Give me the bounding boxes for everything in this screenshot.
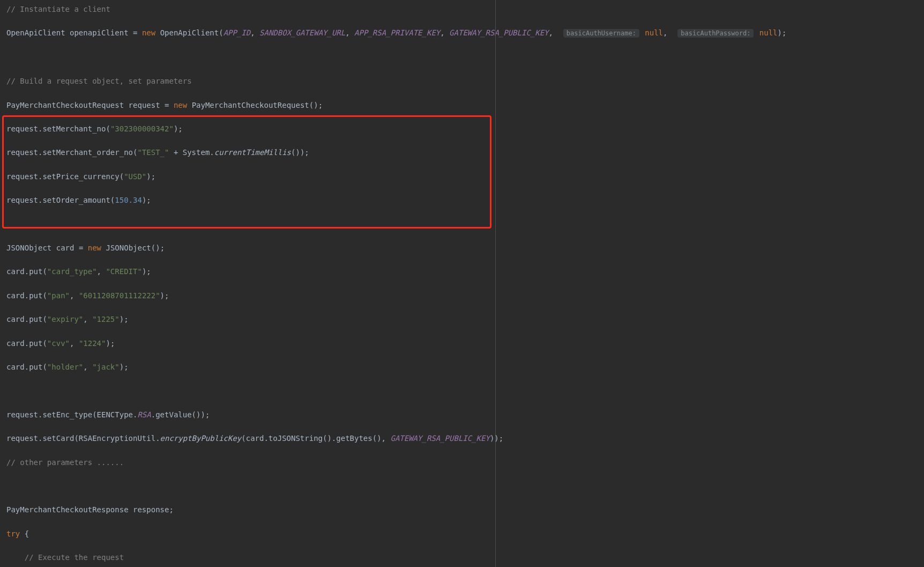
code-line: request.setOrder_amount(150.34); — [6, 194, 918, 206]
string-literal: "expiry" — [47, 315, 83, 323]
token: openapiClient — [70, 28, 129, 37]
token: card.put( — [6, 315, 47, 323]
token: = — [74, 244, 87, 252]
keyword-new: new — [88, 244, 101, 252]
token: ); — [120, 315, 129, 323]
token: request.setMerchant_no( — [6, 124, 110, 133]
code-line: card.put("card_type", "CREDIT"); — [6, 266, 918, 277]
keyword-null: null — [645, 28, 663, 37]
code-line: card.put("cvv", "1224"); — [6, 337, 918, 349]
code-line: request.setPrice_currency("USD"); — [6, 171, 918, 182]
blank-line — [6, 51, 918, 63]
string-literal: "cvv" — [47, 339, 70, 348]
token: ()); — [291, 148, 309, 157]
code-line: card.put("holder", "jack"); — [6, 361, 918, 373]
token: request.setOrder_amount( — [6, 196, 115, 204]
code-line: OpenApiClient openapiClient = new OpenAp… — [6, 27, 918, 39]
token: = — [129, 28, 142, 37]
blank-line — [6, 218, 918, 230]
code-line: card.put("pan", "6011208701112222"); — [6, 290, 918, 301]
code-line: JSONObject card = new JSONObject(); — [6, 242, 918, 254]
code-line: try { — [6, 528, 918, 540]
token: ); — [106, 339, 115, 348]
token: { — [20, 529, 29, 538]
constant: GATEWAY_RSA_PUBLIC_KEY — [390, 434, 489, 443]
enum-constant: RSA — [137, 410, 151, 419]
string-literal: "1224" — [79, 339, 106, 348]
code-line: request.setEnc_type(EENCType.RSA.getValu… — [6, 409, 918, 421]
string-literal: "pan" — [47, 291, 70, 300]
token: card.put( — [6, 267, 47, 276]
token: .getValue()); — [151, 410, 210, 419]
token: card.put( — [6, 339, 47, 348]
token: OpenApiClient — [6, 28, 65, 37]
string-literal: "USD" — [124, 172, 146, 181]
token: ); — [142, 196, 151, 204]
code-line: request.setMerchant_order_no("TEST_" + S… — [6, 146, 918, 158]
code-line: // Execute the request — [6, 551, 918, 563]
code-line: request.setCard(RSAEncryptionUtil.encryp… — [6, 432, 918, 444]
code-line: // Build a request object, set parameter… — [6, 75, 918, 87]
token: PayMerchantCheckoutRequest(); — [192, 101, 323, 109]
token: ); — [142, 267, 151, 276]
code-line: request.setMerchant_no("302300000342"); — [6, 123, 918, 135]
token: PayMerchantCheckoutResponse response; — [6, 505, 174, 514]
string-literal: "6011208701112222" — [79, 291, 160, 300]
comment-text: // Instantiate a client — [6, 5, 110, 13]
string-literal: "302300000342" — [110, 124, 174, 133]
token: = — [160, 101, 174, 109]
string-literal: "holder" — [47, 363, 83, 371]
constant: GATEWAY_RSA_PUBLIC_KEY — [449, 28, 548, 37]
number-literal: 150.34 — [115, 196, 142, 204]
token: ); — [778, 28, 787, 37]
code-line: PayMerchantCheckoutResponse response; — [6, 504, 918, 516]
constant: SANDBOX_GATEWAY_URL — [259, 28, 345, 37]
constant: APP_ID — [223, 28, 251, 37]
comment-text: // other parameters ...... — [6, 458, 124, 467]
token: ); — [120, 363, 129, 371]
code-line: // Instantiate a client — [6, 3, 918, 15]
inline-param-hint: basicAuthUsername: — [563, 29, 639, 38]
token: card.put( — [6, 291, 47, 300]
inline-param-hint: basicAuthPassword: — [677, 29, 754, 38]
token: request.setPrice_currency( — [6, 172, 124, 181]
token: PayMerchantCheckoutRequest — [6, 101, 124, 109]
code-line: card.put("expiry", "1225"); — [6, 313, 918, 325]
static-method: encryptByPublicKey — [160, 434, 242, 443]
keyword-null: null — [759, 28, 778, 37]
token: request — [129, 101, 160, 109]
token: card.put( — [6, 363, 47, 371]
token: request.setEnc_type(EENCType. — [6, 410, 137, 419]
token: )); — [490, 434, 503, 443]
token: + System. — [169, 148, 214, 157]
code-line: // other parameters ...... — [6, 456, 918, 468]
token: request.setCard(RSAEncryptionUtil. — [6, 434, 160, 443]
token: JSONObject — [6, 244, 51, 252]
keyword-try: try — [6, 529, 20, 538]
token: ); — [174, 124, 183, 133]
keyword-new: new — [142, 28, 155, 37]
token: JSONObject(); — [106, 244, 165, 252]
token: (card.toJSONString().getBytes(), — [241, 434, 390, 443]
vertical-guide — [495, 0, 496, 567]
string-literal: "CREDIT" — [106, 267, 141, 276]
token: ); — [160, 291, 169, 300]
string-literal: "1225" — [92, 315, 120, 323]
comment-text: // Build a request object, set parameter… — [6, 77, 192, 85]
constant: APP_RSA_PRIVATE_KEY — [354, 28, 440, 37]
string-literal: "jack" — [92, 363, 120, 371]
blank-line — [6, 385, 918, 396]
keyword-new: new — [174, 101, 187, 109]
code-pane[interactable]: // Instantiate a client OpenApiClient op… — [0, 0, 924, 567]
comment-text: // Execute the request — [6, 553, 124, 562]
token: card — [56, 244, 74, 252]
static-method: currentTimeMillis — [214, 148, 291, 157]
blank-line — [6, 480, 918, 492]
code-editor[interactable]: // Instantiate a client OpenApiClient op… — [0, 0, 924, 567]
token: OpenApiClient( — [160, 28, 223, 37]
code-line: PayMerchantCheckoutRequest request = new… — [6, 99, 918, 111]
token: request.setMerchant_order_no( — [6, 148, 137, 157]
string-literal: "card_type" — [47, 267, 97, 276]
token: ); — [146, 172, 155, 181]
string-literal: "TEST_" — [137, 148, 169, 157]
